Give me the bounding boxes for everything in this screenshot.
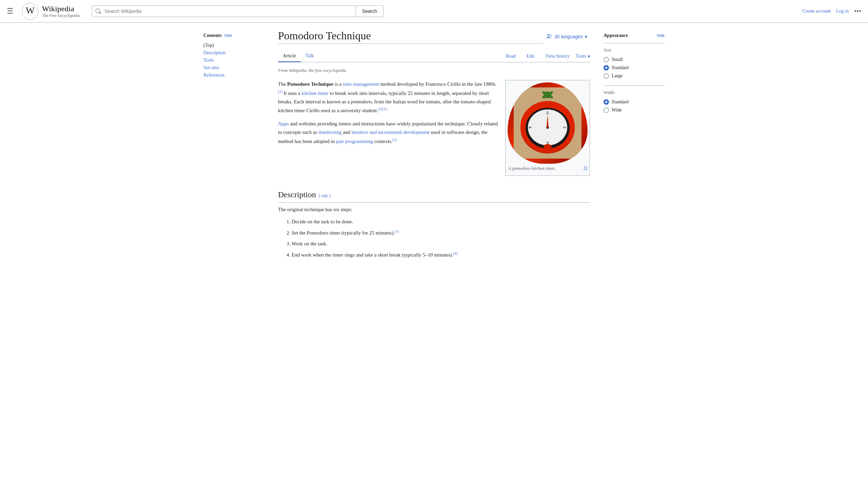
tab-talk[interactable]: Talk — [301, 50, 319, 62]
description-edit-link[interactable]: [ edit ] — [319, 192, 331, 200]
tab-view-history[interactable]: View history — [540, 51, 574, 62]
intro-section: 60 30 45 15 — [278, 80, 590, 181]
description-section: Description [ edit ] The original techni… — [278, 188, 590, 260]
site-header: ☰ W Wikipedia The Free Encyclopedia Sear… — [0, 0, 868, 23]
divider — [604, 43, 665, 43]
width-section: Width Standard Wide — [604, 90, 665, 114]
text-small-radio — [604, 57, 609, 62]
lang-count: 30 languages — [554, 34, 583, 39]
timeboxing-link[interactable]: timeboxing — [318, 129, 341, 135]
search-button[interactable]: Search — [356, 5, 383, 17]
text-standard-radio — [604, 65, 609, 70]
list-item: Decide on the task to be done. — [292, 216, 590, 227]
tab-read[interactable]: Read — [501, 51, 520, 62]
language-button[interactable]: 30 languages ▾ — [544, 32, 590, 41]
site-title: Wikipedia — [42, 4, 80, 13]
toc-link-references[interactable]: References — [203, 73, 224, 78]
text-standard-label: Standard — [612, 65, 629, 70]
appearance-panel: Appearance hide Text Small Standard Larg… — [597, 29, 665, 260]
text-size-section: Text Small Standard Large — [604, 47, 665, 80]
appearance-hide-button[interactable]: hide — [657, 33, 665, 38]
ref-4[interactable]: [4] — [453, 251, 458, 255]
width-standard-radio — [604, 99, 609, 105]
toc-item-see-also: See also — [203, 64, 264, 72]
toc-item-description: Description — [203, 49, 264, 57]
tools-chevron-icon: ▾ — [588, 54, 590, 59]
toc-item-references: References — [203, 72, 264, 79]
tab-tools[interactable]: Tools ▾ — [576, 54, 590, 59]
svg-text:W: W — [26, 5, 35, 16]
width-standard-option[interactable]: Standard — [604, 98, 665, 106]
toc-hide-button[interactable]: hide — [224, 33, 232, 38]
kitchen-timer-link[interactable]: kitchen timer — [301, 90, 329, 96]
svg-text:60: 60 — [546, 112, 550, 115]
divider-2 — [604, 85, 665, 86]
ref-3[interactable]: [3] — [392, 138, 397, 142]
logo-link[interactable]: W Wikipedia The Free Encyclopedia — [22, 3, 80, 20]
login-link[interactable]: Log in — [836, 8, 849, 14]
width-label: Width — [604, 90, 665, 95]
text-large-option[interactable]: Large — [604, 72, 665, 80]
appearance-header: Appearance hide — [604, 33, 665, 38]
time-management-link[interactable]: time management — [343, 81, 379, 87]
text-standard-option[interactable]: Standard — [604, 64, 665, 72]
search-input[interactable] — [92, 5, 356, 17]
toc-header: Contents hide — [203, 33, 264, 38]
search-form: Search — [92, 5, 383, 17]
logo-text: Wikipedia The Free Encyclopedia — [42, 4, 80, 18]
ref-1[interactable]: [1] — [278, 89, 282, 94]
ref-1b[interactable]: [1] — [395, 229, 399, 233]
svg-text:15: 15 — [563, 126, 567, 129]
article-tabs: Article Talk Read Edit View history Tool… — [278, 50, 590, 62]
iterative-link[interactable]: iterative and incremental development — [352, 129, 430, 135]
site-subtitle: The Free Encyclopedia — [42, 13, 80, 18]
wikipedia-logo: W — [22, 3, 39, 20]
article-body: 60 30 45 15 — [278, 80, 590, 260]
toc-item-top: (Top) — [203, 42, 264, 49]
text-small-option[interactable]: Small — [604, 56, 665, 64]
toc-link-tools[interactable]: Tools — [203, 58, 214, 63]
header-right: Create account Log in ••• — [802, 7, 861, 15]
create-account-link[interactable]: Create account — [802, 8, 831, 14]
apps-link[interactable]: Apps — [278, 121, 289, 126]
text-large-radio — [604, 73, 609, 79]
more-options-icon[interactable]: ••• — [854, 7, 861, 15]
toc-item-tools: Tools — [203, 57, 264, 64]
toc-link-see-also[interactable]: See also — [203, 65, 219, 70]
infobox-image: 60 30 45 15 — [508, 82, 588, 164]
ref-2-1[interactable]: [2][1] — [378, 107, 387, 111]
description-heading: Description — [278, 188, 316, 201]
text-small-label: Small — [612, 57, 623, 62]
width-standard-label: Standard — [612, 99, 629, 105]
list-item: End work when the timer rings and take a… — [292, 249, 590, 260]
appearance-title: Appearance — [604, 33, 628, 38]
tools-label: Tools — [576, 54, 586, 59]
tabs-left: Article Talk — [278, 50, 319, 62]
infobox: 60 30 45 15 — [505, 80, 590, 176]
svg-text:45: 45 — [529, 126, 532, 129]
list-item: Work on the task. — [292, 238, 590, 249]
page-title-area: Pomodoro Technique 30 languages ▾ — [278, 29, 590, 45]
translate-icon — [546, 34, 552, 40]
article-content: Pomodoro Technique 30 languages ▾ Articl… — [271, 29, 597, 260]
from-wikipedia-label: From Wikipedia, the free encyclopedia — [278, 68, 590, 73]
list-item: Set the Pomodoro timer (typically for 25… — [292, 227, 590, 238]
width-wide-option[interactable]: Wide — [604, 106, 665, 114]
width-wide-radio — [604, 107, 609, 113]
toc-list: (Top) Description Tools See also Referen… — [203, 42, 264, 79]
chevron-down-icon: ▾ — [585, 34, 587, 39]
tabs-right: Read Edit View history Tools ▾ — [501, 51, 590, 62]
image-caption: A pomodoro kitchen timer. — [508, 164, 556, 174]
steps-list: Decide on the task to be done. Set the P… — [292, 216, 590, 260]
pair-programming-link[interactable]: pair programming — [336, 139, 373, 144]
page-title: Pomodoro Technique — [278, 29, 544, 44]
svg-text:30: 30 — [546, 141, 550, 144]
toc-top-label: (Top) — [203, 42, 214, 49]
tab-article[interactable]: Article — [278, 50, 301, 62]
tab-edit[interactable]: Edit — [522, 51, 539, 62]
text-large-label: Large — [612, 73, 623, 79]
menu-icon[interactable]: ☰ — [7, 7, 14, 16]
text-label: Text — [604, 47, 665, 53]
expand-image-icon[interactable]: ⊡ — [584, 165, 588, 172]
toc-link-description[interactable]: Description — [203, 50, 225, 55]
